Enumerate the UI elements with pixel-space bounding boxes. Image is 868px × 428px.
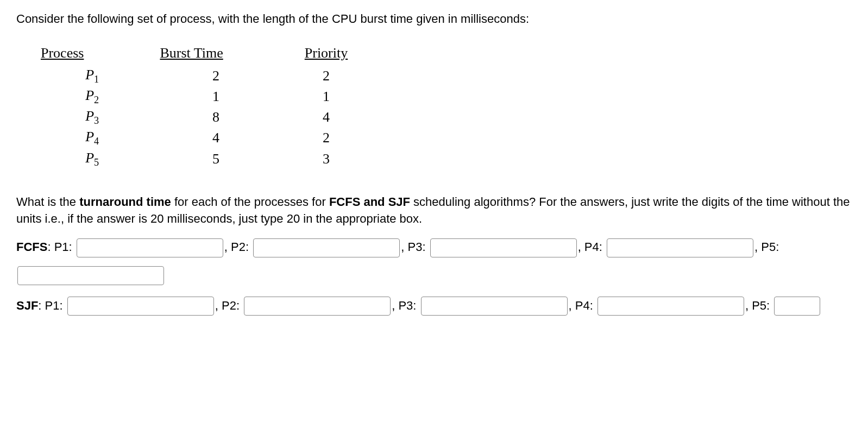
sjf-p4-input[interactable] — [597, 297, 744, 316]
label-p2: P2: — [222, 299, 240, 312]
sjf-p3-input[interactable] — [421, 297, 568, 316]
burst-val: 2 — [143, 66, 288, 86]
process-name: P — [85, 129, 94, 144]
label-p5: P5: — [761, 240, 779, 254]
table-row: P2 1 1 — [41, 86, 364, 107]
process-name: P — [85, 108, 94, 124]
burst-val: 5 — [143, 149, 288, 169]
label-p1: P1: — [45, 299, 63, 312]
process-sub: 3 — [94, 115, 99, 126]
process-table: Process Burst Time Priority P1 2 2 P2 1 … — [41, 44, 364, 169]
col-priority: Priority — [288, 44, 364, 66]
process-sub: 4 — [94, 136, 99, 147]
fcfs-p5-input[interactable] — [17, 266, 164, 285]
fcfs-row: FCFS: P1: , P2: , P3: , P4: , P5: — [16, 234, 852, 288]
priority-val: 4 — [288, 107, 364, 128]
sjf-p1-input[interactable] — [67, 297, 214, 316]
label-p3: P3: — [398, 299, 416, 312]
priority-val: 3 — [288, 149, 364, 169]
label-p1: P1: — [54, 240, 72, 254]
sjf-p2-input[interactable] — [244, 297, 391, 316]
burst-val: 1 — [143, 86, 288, 107]
sjf-label: SJF — [16, 299, 38, 312]
col-burst: Burst Time — [143, 44, 288, 66]
label-p3: P3: — [407, 240, 425, 254]
process-name: P — [85, 87, 94, 103]
priority-val: 2 — [288, 128, 364, 148]
priority-val: 2 — [288, 66, 364, 86]
burst-val: 4 — [143, 128, 288, 148]
fcfs-label: FCFS — [16, 240, 47, 254]
fcfs-p3-input[interactable] — [430, 238, 577, 257]
col-process: Process — [41, 44, 143, 66]
fcfs-p1-input[interactable] — [77, 238, 223, 257]
process-sub: 1 — [94, 74, 99, 85]
fcfs-p4-input[interactable] — [607, 238, 753, 257]
process-name: P — [85, 150, 94, 166]
label-p2: P2: — [231, 240, 249, 254]
sjf-row: SJF: P1: , P2: , P3: , P4: , P5: — [16, 292, 852, 320]
intro-text: Consider the following set of process, w… — [16, 11, 852, 28]
table-row: P4 4 2 — [41, 128, 364, 148]
process-name: P — [85, 67, 94, 83]
process-sub: 5 — [94, 157, 99, 168]
sjf-p5-input[interactable] — [774, 297, 820, 316]
label-p5: P5: — [752, 299, 770, 312]
table-row: P3 8 4 — [41, 107, 364, 128]
question-text: What is the turnaround time for each of … — [16, 194, 852, 228]
label-p4: P4: — [575, 299, 593, 312]
label-p4: P4: — [584, 240, 602, 254]
table-row: P5 5 3 — [41, 149, 364, 169]
fcfs-p2-input[interactable] — [253, 238, 400, 257]
table-row: P1 2 2 — [41, 66, 364, 86]
priority-val: 1 — [288, 86, 364, 107]
answers-block: FCFS: P1: , P2: , P3: , P4: , P5: SJF: P… — [16, 234, 852, 319]
process-sub: 2 — [94, 95, 99, 105]
burst-val: 8 — [143, 107, 288, 128]
